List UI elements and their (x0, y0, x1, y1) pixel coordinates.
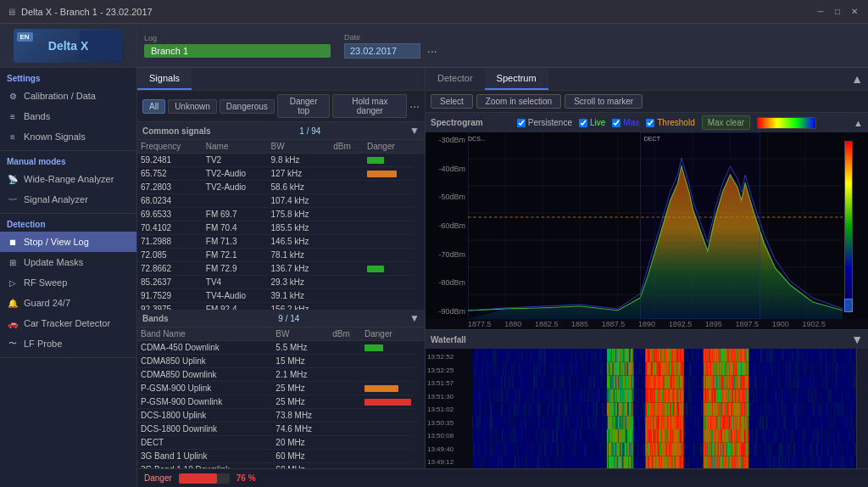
select-button[interactable]: Select (431, 94, 473, 109)
cell-freq: 92.3975 (137, 303, 203, 311)
common-signals-expand[interactable]: ▼ (409, 125, 420, 137)
cell-dbm (330, 249, 364, 262)
wide-range-label: Wide-Range Analyzer (24, 174, 114, 184)
cell-band-danger (361, 395, 415, 409)
time-4: 13:51:30 (427, 393, 470, 400)
spectrogram-x-labels: 1877.5 1880 1882.5 1885 1887.5 1890 1892… (426, 319, 868, 329)
spectrogram-expand[interactable]: ▲ (854, 118, 863, 128)
v-slider-thumb[interactable] (844, 299, 853, 312)
sidebar-item-known-signals[interactable]: ≡ Known Signals (0, 126, 136, 147)
filter-menu-button[interactable]: ··· (409, 99, 420, 113)
cell-bw: 156.2 kHz (268, 303, 331, 311)
waterfall-scrollbar[interactable] (856, 349, 868, 468)
threshold-check[interactable] (646, 119, 654, 127)
settings-title: Settings (0, 71, 136, 86)
update-masks-icon: ⊞ (7, 256, 19, 268)
table-row: DCS-1800 Downlink 74.6 MHz (137, 423, 425, 436)
spectrogram-header: Spectrogram Persistence Live Max (426, 113, 868, 132)
live-checkbox[interactable]: Live (579, 118, 605, 127)
persistence-checkbox[interactable]: Persistence (517, 118, 572, 127)
y-label-70: -70dBm (426, 250, 468, 259)
cell-band-danger (361, 368, 415, 382)
table-row: 71.2988 FM 71.3 146.5 kHz (137, 235, 425, 249)
sidebar-item-stop-log[interactable]: ⏹ Stop / View Log (0, 232, 136, 252)
zoom-selection-button[interactable]: Zoom in selection (476, 94, 561, 109)
sidebar-item-lf-probe[interactable]: 〜 LF Probe (0, 333, 136, 354)
danger-percentage: 76 % (236, 473, 256, 483)
language-badge[interactable]: EN (17, 32, 33, 42)
bands-label: Bands (24, 111, 50, 121)
filter-hold-max[interactable]: Hold max danger (332, 94, 407, 118)
known-signals-icon: ≡ (7, 131, 19, 143)
table-row: 69.6533 FM 69.7 175.8 kHz (137, 208, 425, 221)
signals-table-container[interactable]: Frequency Name BW dBm Danger 59.2481 TV2… (137, 140, 425, 310)
cell-band-name: P-GSM-900 Downlink (137, 395, 272, 409)
tab-spectrum[interactable]: Spectrum (485, 68, 548, 90)
filter-dangerous[interactable]: Dangerous (220, 99, 275, 114)
table-row: 91.7529 TV4-Audio 39.1 kHz (137, 289, 425, 303)
cell-band-name: 3G Band 1 Uplink (137, 450, 272, 463)
y-label-90: -90dBm (426, 307, 468, 316)
scroll-marker-button[interactable]: Scroll to marker (565, 94, 643, 109)
threshold-checkbox[interactable]: Threshold (646, 118, 694, 127)
table-row: 85.2637 TV4 29.3 kHz (137, 276, 425, 289)
cell-bw: 39.1 kHz (268, 289, 331, 303)
col-scroll (415, 140, 425, 154)
col-danger: Danger (364, 140, 415, 154)
maximize-button[interactable]: □ (831, 5, 844, 19)
window-controls[interactable]: ─ □ ✕ (814, 5, 861, 19)
lf-probe-icon: 〜 (7, 338, 19, 350)
common-signals-title: Common signals (142, 126, 211, 136)
bands-table-container[interactable]: Band Name BW dBm Danger CDMA-450 Downlin… (137, 327, 425, 468)
tab-detector[interactable]: Detector (426, 68, 485, 90)
bands-tbody: CDMA-450 Downlink 5.5 MHz CDMA850 Uplink… (137, 341, 425, 469)
sidebar-item-signal-analyzer[interactable]: 〰 Signal Analyzer (0, 189, 136, 210)
cell-danger (364, 167, 415, 181)
persistence-check[interactable] (517, 119, 526, 127)
sidebar-item-update-masks[interactable]: ⊞ Update Masks (0, 252, 136, 272)
y-label-40: -40dBm (426, 165, 468, 173)
signals-table-header: Frequency Name BW dBm Danger (137, 140, 425, 154)
live-check[interactable] (579, 119, 587, 127)
cell-band-name: CDMA850 Downlink (137, 368, 272, 382)
detection-title: Detection (0, 217, 136, 232)
tab-signals[interactable]: Signals (137, 68, 192, 90)
gradient-selector[interactable] (757, 117, 816, 129)
max-check[interactable] (612, 119, 620, 127)
cell-dbm (330, 167, 364, 181)
filter-danger-top[interactable]: Danger top (277, 94, 331, 118)
sidebar-item-wide-range[interactable]: 📡 Wide-Range Analyzer (0, 169, 136, 189)
spectrum-expand-btn[interactable]: ▲ (851, 72, 863, 86)
time-3: 13:51:57 (427, 379, 470, 387)
date-menu-button[interactable]: ··· (427, 44, 437, 58)
table-row: CDMA-450 Downlink 5.5 MHz (137, 341, 425, 355)
bands-expand[interactable]: ▼ (409, 312, 420, 324)
close-button[interactable]: ✕ (848, 5, 861, 19)
cell-band-dbm (329, 341, 361, 355)
waterfall-time-labels: 13:52:52 13:52:25 13:51:57 13:51:30 13:5… (426, 349, 472, 468)
table-row: CDMA850 Downlink 2.1 MHz (137, 368, 425, 382)
date-section: Date ··· (344, 33, 437, 59)
date-input[interactable] (344, 43, 420, 59)
cell-band-dbm (329, 382, 361, 395)
log-input[interactable] (144, 44, 331, 58)
cell-freq: 59.2481 (137, 154, 203, 167)
sidebar-item-bands[interactable]: ≡ Bands (0, 106, 136, 126)
sidebar-item-rf-sweep[interactable]: ▷ RF Sweep (0, 272, 136, 293)
minimize-button[interactable]: ─ (814, 5, 827, 19)
cell-dbm (330, 221, 364, 235)
filter-all[interactable]: All (142, 99, 165, 114)
color-scale (844, 141, 853, 311)
cell-name: FM 69.7 (203, 208, 268, 221)
sidebar-item-guard-247[interactable]: 🔔 Guard 24/7 (0, 293, 136, 313)
max-checkbox[interactable]: Max (612, 118, 639, 127)
cell-band-dbm (329, 423, 361, 436)
col-band-dbm: dBm (329, 327, 361, 341)
filter-unknown[interactable]: Unknown (168, 99, 217, 114)
sidebar-item-calibration[interactable]: ⚙ Calibration / Data (0, 86, 136, 106)
cell-name (203, 194, 268, 208)
waterfall-expand[interactable]: ▼ (851, 333, 863, 346)
sidebar-item-car-tracker[interactable]: 🚗 Car Tracker Detector (0, 313, 136, 333)
time-5: 13:51:02 (427, 406, 470, 413)
max-clear-button[interactable]: Max clear (702, 115, 750, 130)
